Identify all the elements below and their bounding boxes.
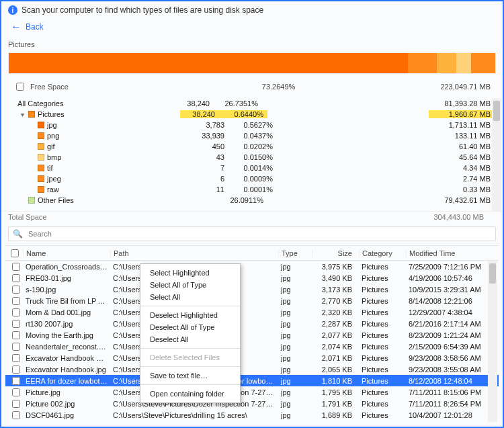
- table-row[interactable]: P5030018.jpgC:\Users\Steve\Pictures\AZ-0…: [5, 421, 499, 422]
- col-type[interactable]: Type: [278, 249, 312, 257]
- row-checkbox[interactable]: [12, 263, 20, 271]
- cell-modified: 6/21/2016 2:17:14 AM: [406, 320, 493, 328]
- table-row[interactable]: FRE03-01.jpgC:\Usersjpg3,490 KBPictures4…: [5, 272, 499, 284]
- table-row[interactable]: Picture 002.jpgC:\Users\Steve\Pictures\D…: [5, 398, 499, 409]
- cell-modified: 10/4/2007 12:01:28: [406, 411, 493, 419]
- cell-category: Pictures: [359, 263, 406, 271]
- row-checkbox[interactable]: [12, 343, 20, 351]
- free-space-label: Free Space: [30, 83, 69, 91]
- tree-label: Pictures: [38, 110, 65, 118]
- row-checkbox[interactable]: [12, 411, 20, 419]
- tree-row-all[interactable]: All Categories 38,240 26.7351% 81,393.28…: [8, 98, 496, 109]
- table-row[interactable]: Picture.jpgC:\Users\Steve\Pictures\Dozer…: [5, 386, 499, 398]
- cell-type: jpg: [278, 400, 312, 408]
- table-row[interactable]: Moving the Earth.jpgC:\Usersjpg2,077 KBP…: [5, 329, 499, 341]
- cell-category: Pictures: [359, 286, 406, 294]
- row-checkbox[interactable]: [12, 286, 20, 294]
- cell-category: Pictures: [359, 411, 406, 419]
- cell-path: C:\Users\Steve\Pictures\drilling 15 acre…: [110, 411, 278, 419]
- col-path[interactable]: Path: [110, 249, 278, 257]
- context-menu-item[interactable]: Deselect All: [140, 333, 240, 345]
- cell-modified: 2/15/2009 6:54:39 AM: [406, 343, 493, 351]
- select-all-checkbox[interactable]: [11, 249, 19, 257]
- cell-size: 1,810 KB: [312, 377, 359, 385]
- cell-type: jpg: [278, 343, 312, 351]
- col-modified[interactable]: Modified Time: [406, 249, 493, 257]
- table-row[interactable]: Mom & Dad 001.jpgC:\Usersjpg2,320 KBPict…: [5, 306, 499, 318]
- cell-modified: 10/9/2015 3:29:31 AM: [406, 286, 493, 294]
- table-row[interactable]: Operation_Crossroads_Ba…C:\Usersjpg3,975…: [5, 261, 499, 272]
- cell-name: EERA for dozer lowbot an…: [23, 377, 110, 385]
- context-menu-item[interactable]: Select Highlighted: [140, 267, 240, 279]
- cell-size: 3,173 KB: [312, 286, 359, 294]
- tree-row-filetype[interactable]: bmp430.0150%45.64 MB: [8, 152, 496, 163]
- row-checkbox[interactable]: [12, 297, 20, 305]
- row-checkbox[interactable]: [12, 388, 20, 396]
- context-menu-item[interactable]: Deselect Highlighted: [140, 309, 240, 321]
- tree-row-filetype[interactable]: png33,9390.0437%133.11 MB: [8, 130, 496, 141]
- cell-category: Pictures: [359, 388, 406, 396]
- cell-type: jpg: [278, 331, 312, 339]
- row-checkbox[interactable]: [12, 308, 20, 316]
- tree-label: tif: [47, 164, 53, 172]
- table-row[interactable]: s-190.jpgC:\Usersjpg3,173 KBPictures10/9…: [5, 284, 499, 295]
- table-row[interactable]: rt130 2007.jpgC:\Usersjpg2,287 KBPicture…: [5, 318, 499, 329]
- cell-size: 1,689 KB: [312, 411, 359, 419]
- page-title: Scan your computer to find which types o…: [22, 5, 263, 15]
- table-row[interactable]: Neandertaler_reconst.jpgC:\Usersjpg2,074…: [5, 341, 499, 352]
- cell-category: Pictures: [359, 274, 406, 282]
- context-menu-item[interactable]: Select All: [140, 291, 240, 303]
- context-menu-item[interactable]: Deselect All of Type: [140, 321, 240, 333]
- search-input[interactable]: [27, 229, 491, 239]
- tree-label: All Categories: [17, 99, 63, 108]
- cell-name: Truck Tire Bil from LP And…: [23, 297, 110, 305]
- tree-label: Other Files: [38, 196, 74, 204]
- tree-row-filetype[interactable]: raw110.0001%0.33 MB: [8, 184, 496, 195]
- row-checkbox[interactable]: [12, 400, 20, 408]
- cell-category: Pictures: [359, 320, 406, 328]
- cell-name: Excavator Handbook 001.jpg: [23, 354, 110, 362]
- free-space-checkbox[interactable]: [16, 83, 24, 91]
- context-menu-item[interactable]: Select All of Type: [140, 279, 240, 291]
- row-checkbox[interactable]: [12, 366, 20, 374]
- tree-row-filetype[interactable]: jpg3,7830.5627%1,713.11 MB: [8, 120, 496, 130]
- cell-category: Pictures: [359, 354, 406, 362]
- search-box[interactable]: 🔍: [8, 226, 496, 241]
- chevron-down-icon[interactable]: ▾: [19, 111, 26, 118]
- table-row[interactable]: Excavator Handbook 001.jpgC:\Usersjpg2,0…: [5, 352, 499, 363]
- cell-name: s-190.jpg: [23, 286, 110, 294]
- tree-row-pictures[interactable]: ▾ Pictures 38,240 0.6440% 1,960.67 MB: [8, 109, 496, 120]
- band-segment: [456, 53, 471, 73]
- cell-name: Picture 002.jpg: [23, 400, 110, 408]
- tree-row-filetype[interactable]: gif4500.0202%61.40 MB: [8, 141, 496, 152]
- file-scrollbar[interactable]: [488, 261, 497, 422]
- row-checkbox[interactable]: [12, 377, 20, 385]
- tree-label: bmp: [47, 153, 61, 161]
- row-checkbox[interactable]: [12, 274, 20, 282]
- free-space-row: Free Space 73.2649% 223,049.71 MB: [1, 78, 503, 98]
- tree-scrollbar[interactable]: [492, 98, 501, 211]
- cell-type: jpg: [278, 308, 312, 316]
- table-row[interactable]: Truck Tire Bil from LP And…C:\Users rson…: [5, 295, 499, 306]
- cell-size: 3,975 KB: [312, 263, 359, 271]
- tree-label: jpg: [47, 121, 57, 129]
- row-checkbox[interactable]: [12, 354, 20, 362]
- tree-row-other[interactable]: Other Files 26.0911% 79,432.61 MB: [8, 195, 496, 206]
- row-checkbox[interactable]: [12, 320, 20, 328]
- table-row[interactable]: EERA for dozer lowbot an…C:\Users\Steve\…: [5, 375, 499, 386]
- table-row[interactable]: Excavator Handbook.jpgC:\Usersjpg2,065 K…: [5, 363, 499, 375]
- tree-row-filetype[interactable]: jpeg60.0009%2.74 MB: [8, 173, 496, 184]
- row-checkbox[interactable]: [12, 331, 20, 339]
- context-menu-item[interactable]: Save to text file…: [140, 370, 240, 382]
- info-icon: i: [8, 5, 17, 15]
- cell-category: Pictures: [359, 331, 406, 339]
- color-swatch-icon: [38, 186, 44, 193]
- table-row[interactable]: DSCF0461.jpgC:\Users\Steve\Pictures\dril…: [5, 409, 499, 421]
- tree-row-filetype[interactable]: tif70.0014%4.34 MB: [8, 163, 496, 173]
- back-button[interactable]: ← Back: [11, 22, 44, 32]
- col-size[interactable]: Size: [312, 249, 359, 257]
- col-category[interactable]: Category: [359, 249, 406, 257]
- col-name[interactable]: Name: [23, 249, 110, 257]
- context-menu-item[interactable]: Open containing folder: [140, 388, 240, 400]
- cell-name: Excavator Handbook.jpg: [23, 366, 110, 374]
